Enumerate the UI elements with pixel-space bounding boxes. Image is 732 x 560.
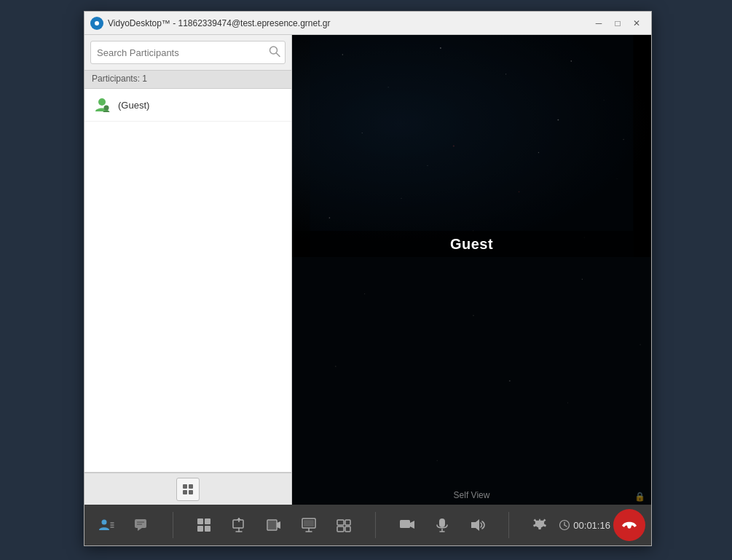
camera-button[interactable] [391, 509, 423, 541]
svg-marker-65 [471, 519, 479, 531]
present-button[interactable] [293, 509, 325, 541]
svg-point-27 [453, 145, 454, 146]
svg-point-25 [401, 198, 402, 199]
svg-point-12 [388, 87, 389, 87]
video-bottom: Self View 🔒 [292, 257, 651, 505]
search-icon [268, 45, 281, 60]
participants-label: Participants: 1 [84, 70, 291, 89]
svg-rect-49 [233, 520, 243, 528]
mic-button[interactable] [426, 509, 458, 541]
svg-line-69 [564, 525, 567, 527]
svg-point-20 [617, 178, 618, 179]
svg-rect-6 [183, 484, 187, 489]
svg-rect-46 [205, 518, 210, 524]
participants-list: (Guest) [84, 89, 291, 473]
svg-point-4 [98, 98, 106, 106]
self-view-label: Self View [454, 490, 490, 500]
maximize-button[interactable]: □ [609, 16, 626, 31]
svg-rect-8 [183, 490, 187, 494]
svg-point-5 [104, 106, 109, 111]
svg-rect-7 [189, 484, 193, 489]
svg-rect-56 [304, 520, 314, 527]
svg-point-11 [342, 54, 343, 55]
toolbar-group-right: 00:01:16 [524, 509, 645, 541]
main-content: Participants: 1 (Guest) [84, 35, 651, 505]
sidebar: Participants: 1 (Guest) [84, 35, 292, 505]
record-button[interactable] [258, 509, 290, 541]
hangup-button[interactable] [613, 509, 645, 541]
list-item[interactable]: (Guest) [84, 89, 291, 122]
svg-point-18 [427, 165, 428, 166]
svg-rect-59 [345, 520, 350, 525]
more-button[interactable] [328, 509, 360, 541]
video-area: Guest Self View 🔒 [292, 35, 651, 505]
svg-rect-42 [135, 519, 146, 528]
svg-rect-29 [292, 258, 651, 505]
time-display: 00:01:16 [559, 519, 610, 531]
participants-button[interactable] [90, 509, 122, 541]
svg-point-24 [557, 119, 559, 121]
sidebar-bottom [84, 473, 291, 505]
grid-button[interactable] [176, 478, 200, 501]
settings-button[interactable] [524, 509, 556, 541]
svg-line-3 [277, 53, 280, 57]
guest-label: Guest [450, 236, 493, 253]
svg-point-16 [604, 100, 605, 100]
svg-rect-57 [337, 520, 344, 525]
svg-point-17 [362, 133, 363, 133]
toolbar-group-media [391, 509, 493, 541]
svg-point-26 [623, 139, 623, 140]
bottom-toolbar: 00:01:16 [84, 505, 651, 545]
svg-point-35 [639, 344, 640, 345]
svg-rect-45 [197, 518, 203, 524]
separator-1 [173, 512, 173, 538]
title-bar: VidyoDesktop™ - 11862339474@test.epresen… [84, 12, 651, 35]
lock-icon: 🔒 [634, 492, 645, 502]
svg-point-28 [519, 191, 520, 192]
guest-label-bar: Guest [292, 231, 651, 257]
app-window: VidyoDesktop™ - 11862339474@test.epresen… [84, 11, 652, 546]
svg-point-15 [570, 60, 572, 62]
close-button[interactable]: ✕ [628, 16, 645, 31]
separator-3 [508, 512, 509, 538]
svg-point-14 [505, 74, 506, 74]
svg-rect-52 [268, 521, 276, 529]
svg-point-32 [582, 279, 583, 280]
svg-rect-48 [205, 526, 210, 532]
time-value: 00:01:16 [573, 520, 610, 531]
search-input[interactable] [90, 41, 286, 64]
svg-point-34 [567, 402, 568, 403]
chat-button[interactable] [125, 509, 157, 541]
svg-rect-58 [337, 527, 344, 532]
svg-rect-60 [345, 527, 350, 532]
participant-name: (Guest) [118, 100, 149, 111]
minimize-button[interactable]: ─ [590, 16, 607, 31]
share-button[interactable] [223, 509, 255, 541]
svg-point-19 [538, 152, 539, 153]
speaker-button[interactable] [461, 509, 493, 541]
svg-point-30 [364, 293, 365, 294]
svg-point-36 [436, 460, 437, 461]
window-controls: ─ □ ✕ [590, 16, 645, 31]
toolbar-group-left [90, 509, 157, 541]
participant-icon [92, 95, 112, 115]
window-title: VidyoDesktop™ - 11862339474@test.epresen… [108, 18, 590, 28]
svg-rect-61 [400, 520, 410, 528]
svg-rect-47 [197, 526, 203, 532]
svg-point-37 [509, 380, 511, 382]
video-top: Guest [292, 35, 651, 257]
clock-icon [559, 519, 570, 531]
svg-point-38 [102, 520, 107, 525]
svg-point-13 [440, 47, 441, 49]
svg-rect-62 [439, 518, 445, 527]
svg-point-1 [95, 21, 99, 25]
app-icon [90, 17, 103, 30]
svg-point-21 [329, 217, 331, 218]
toolbar-group-layout [188, 509, 360, 541]
separator-2 [375, 512, 376, 538]
svg-point-33 [335, 366, 337, 367]
search-box [90, 41, 286, 64]
svg-rect-10 [310, 35, 633, 257]
svg-point-31 [473, 315, 474, 317]
grid-layout-button[interactable] [188, 509, 220, 541]
